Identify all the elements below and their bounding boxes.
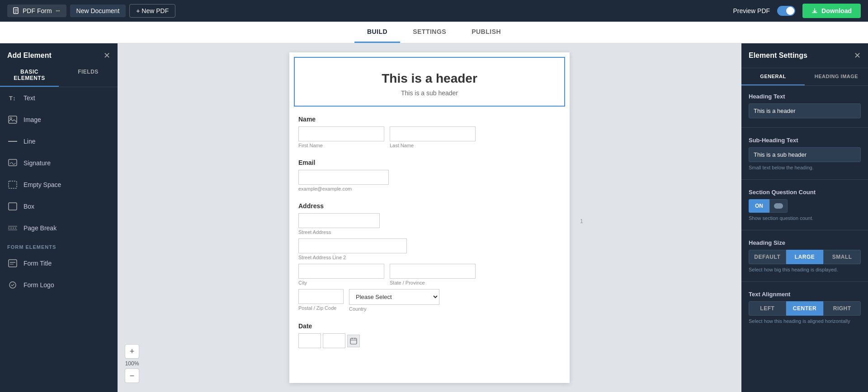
element-signature[interactable]: Signature xyxy=(0,152,118,174)
toggle-knob xyxy=(774,203,783,209)
sub-heading-label: Sub-Heading Text xyxy=(749,137,861,144)
form-canvas: 1 This is a header This is a sub header … xyxy=(289,52,570,383)
element-form-title-label: Form Title xyxy=(24,260,52,267)
form-header-section[interactable]: This is a header This is a sub header xyxy=(294,57,565,107)
top-bar-left: PDF Form New Document + New PDF xyxy=(7,4,175,18)
tab-settings[interactable]: SETTINGS xyxy=(400,22,459,43)
heading-size-helper: Select how big this heading is displayed… xyxy=(749,267,861,272)
country-label: Country xyxy=(349,306,439,312)
close-icon[interactable]: ✕ xyxy=(104,51,110,61)
tab-basic-elements[interactable]: BASIC ELEMENTS xyxy=(0,64,59,87)
city-input[interactable] xyxy=(298,264,384,279)
form-main-heading: This is a header xyxy=(304,71,555,86)
toggle-off-button[interactable] xyxy=(769,199,788,213)
box-icon xyxy=(7,201,18,212)
tab-general[interactable]: GENERAL xyxy=(741,68,805,85)
svg-point-1 xyxy=(56,10,57,11)
element-image-label: Image xyxy=(24,116,41,123)
email-input[interactable] xyxy=(298,170,389,185)
element-page-break[interactable]: Page Break xyxy=(0,217,118,239)
form-sub-heading: This is a sub header xyxy=(304,89,555,97)
street-address-2-input[interactable] xyxy=(298,238,407,253)
element-text[interactable]: T↕ Text xyxy=(0,87,118,109)
zoom-in-button[interactable]: + xyxy=(125,344,139,359)
first-name-wrapper: First Name xyxy=(298,126,384,148)
download-label: Download xyxy=(821,7,852,14)
new-pdf-button[interactable]: + New PDF xyxy=(129,4,175,18)
nav-bar: BUILD SETTINGS PUBLISH xyxy=(0,22,868,43)
country-select[interactable]: Please Select xyxy=(349,289,439,305)
date-day-input[interactable] xyxy=(323,333,345,348)
tab-build[interactable]: BUILD xyxy=(354,22,400,43)
sub-heading-input[interactable] xyxy=(749,147,861,162)
heading-text-input[interactable] xyxy=(749,103,861,118)
tab-fields[interactable]: FIELDS xyxy=(59,64,118,87)
size-default-button[interactable]: DEFAULT xyxy=(749,250,786,264)
form-elements-label: FORM ELEMENTS xyxy=(0,239,118,252)
city-label: City xyxy=(298,280,384,285)
state-input[interactable] xyxy=(390,264,476,279)
form-logo-icon xyxy=(7,280,18,290)
date-field-group: Date xyxy=(298,322,561,348)
svg-rect-18 xyxy=(350,338,357,344)
svg-point-2 xyxy=(57,10,58,11)
address-label: Address xyxy=(298,202,561,210)
element-empty-space[interactable]: Empty Space xyxy=(0,174,118,196)
street2-label: Street Address Line 2 xyxy=(298,255,561,260)
align-right-button[interactable]: RIGHT xyxy=(823,301,861,316)
right-panel-title: Element Settings xyxy=(749,51,807,60)
zoom-controls: + 100% − xyxy=(125,344,139,383)
signature-icon xyxy=(7,158,18,168)
name-fields: First Name Last Name xyxy=(298,126,561,148)
question-count-toggle[interactable]: ON xyxy=(749,199,861,213)
tab-publish[interactable]: PUBLISH xyxy=(459,22,514,43)
form-body: Name First Name Last Name Emai xyxy=(289,111,570,364)
align-left-button[interactable]: LEFT xyxy=(749,301,786,316)
empty-space-icon xyxy=(7,179,18,190)
zoom-out-button[interactable]: − xyxy=(125,369,139,383)
section-question-label: Section Question Count xyxy=(749,189,861,196)
size-large-button[interactable]: LARGE xyxy=(786,250,824,264)
last-name-input[interactable] xyxy=(390,126,476,141)
address-field-group: Address Street Address Street Address Li… xyxy=(298,202,561,312)
new-document-button[interactable]: New Document xyxy=(70,5,126,17)
first-name-input[interactable] xyxy=(298,126,384,141)
align-center-button[interactable]: CENTER xyxy=(786,301,824,316)
heading-size-group: DEFAULT LARGE SMALL xyxy=(749,250,861,264)
date-month-input[interactable] xyxy=(298,333,321,348)
email-label: Email xyxy=(298,159,561,166)
zip-wrapper: Postal / Zip Code xyxy=(298,289,344,311)
element-image[interactable]: Image xyxy=(0,109,118,131)
element-box[interactable]: Box xyxy=(0,196,118,217)
right-panel-close-icon[interactable]: ✕ xyxy=(854,51,861,61)
name-label: Name xyxy=(298,116,561,123)
pdf-form-label: PDF Form xyxy=(23,7,52,14)
tab-heading-image[interactable]: HEADING IMAGE xyxy=(805,68,868,85)
heading-text-section: Heading Text xyxy=(741,86,868,126)
text-icon: T↕ xyxy=(7,93,18,103)
panel-tabs: BASIC ELEMENTS FIELDS xyxy=(0,64,118,87)
element-line[interactable]: Line xyxy=(0,131,118,152)
zip-input[interactable] xyxy=(298,289,344,304)
state-wrapper: State / Province xyxy=(390,264,476,285)
download-button[interactable]: Download xyxy=(802,4,861,18)
size-small-button[interactable]: SMALL xyxy=(823,250,861,264)
element-page-break-label: Page Break xyxy=(24,224,57,232)
text-alignment-section: Text Alignment LEFT CENTER RIGHT Select … xyxy=(741,284,868,331)
svg-rect-10 xyxy=(9,203,17,210)
toggle-on-button[interactable]: ON xyxy=(749,199,769,213)
preview-toggle[interactable] xyxy=(777,6,795,16)
country-wrapper: Please Select Country xyxy=(349,289,439,312)
top-bar-right: Preview PDF Download xyxy=(733,4,861,18)
email-field-group: Email example@example.com xyxy=(298,159,561,191)
element-form-logo[interactable]: Form Logo xyxy=(0,274,118,296)
svg-rect-9 xyxy=(9,181,17,188)
left-panel: Add Element ✕ BASIC ELEMENTS FIELDS T↕ T… xyxy=(0,43,118,392)
svg-text:T↕: T↕ xyxy=(9,95,15,102)
pdf-form-button[interactable]: PDF Form xyxy=(7,5,66,17)
street-address-input[interactable] xyxy=(298,213,380,228)
element-form-title[interactable]: Form Title xyxy=(0,252,118,274)
calendar-icon-btn[interactable] xyxy=(347,335,360,347)
date-label: Date xyxy=(298,322,561,330)
more-icon xyxy=(55,8,61,14)
